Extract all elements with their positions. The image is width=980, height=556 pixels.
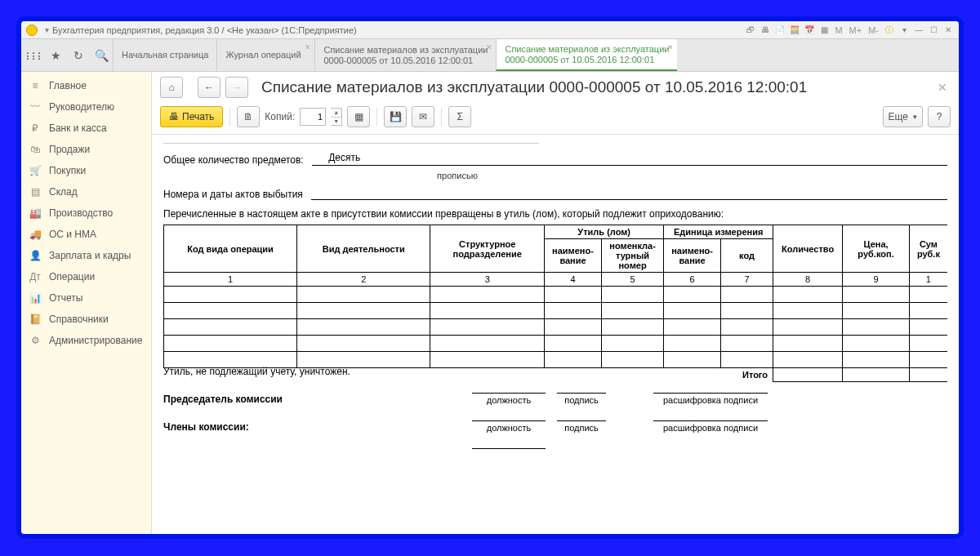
print-button[interactable]: 🖶Печать — [160, 106, 223, 127]
tab-journal[interactable]: Журнал операций ✕ — [216, 39, 314, 71]
copies-stepper[interactable]: ▲▼ — [331, 108, 342, 126]
sidebar: ≡Главное 〰Руководителю ₽Банк и касса 🛍Пр… — [21, 72, 152, 534]
tab-close-icon[interactable]: ✕ — [486, 42, 492, 53]
person-icon: 👤 — [29, 250, 41, 261]
tab-doc[interactable]: Списание материалов из эксплуатации 0000… — [314, 39, 496, 71]
chairman-label: Председатель комиссии — [163, 394, 310, 405]
sidebar-item-references[interactable]: 📔Справочники — [21, 309, 151, 330]
tabbar: ⫶⫶⫶ ★ ↻ 🔍 Начальная страница Журнал опер… — [21, 39, 959, 72]
copies-label: Копий: — [265, 111, 295, 122]
dropdown-icon[interactable]: ▾ — [41, 24, 52, 36]
forward-button[interactable]: → — [225, 77, 248, 98]
memory-mminus[interactable]: M- — [866, 25, 880, 35]
sidebar-item-bank[interactable]: ₽Банк и касса — [21, 118, 151, 139]
maximize-icon[interactable]: ☐ — [928, 24, 939, 36]
app-window: ▾ Бухгалтерия предприятия, редакция 3.0 … — [16, 16, 964, 539]
content: ⌂ ← → Списание материалов из эксплуатаци… — [152, 72, 959, 534]
save-button[interactable]: 💾 — [384, 106, 407, 127]
table-row — [164, 336, 948, 352]
sidebar-item-main[interactable]: ≡Главное — [21, 75, 151, 96]
book-icon: 📔 — [29, 314, 41, 325]
back-button[interactable]: ← — [198, 77, 220, 98]
history-icon[interactable]: ↻ — [67, 39, 90, 71]
tab-doc-active[interactable]: Списание материалов из эксплуатации 0000… — [496, 39, 677, 71]
dt-icon: Дт — [29, 271, 41, 282]
grid-icon[interactable]: ▦ — [818, 24, 830, 36]
sidebar-item-admin[interactable]: ⚙Администрирование — [21, 330, 151, 351]
home-button[interactable]: ⌂ — [160, 77, 183, 98]
colnum-row: 1234567891 — [164, 273, 948, 287]
gear-icon: ⚙ — [29, 335, 41, 346]
close-window-icon[interactable]: ✕ — [942, 24, 954, 36]
truck-icon: 🚚 — [29, 229, 41, 240]
tab-home[interactable]: Начальная страница — [113, 39, 216, 71]
chart-icon: 〰 — [29, 101, 41, 113]
help-button[interactable]: ? — [928, 106, 951, 127]
document-area[interactable]: Общее количество предметов: Десять пропи… — [152, 135, 959, 534]
calc-icon[interactable]: 🧮 — [789, 24, 800, 36]
memory-m[interactable]: M — [833, 25, 844, 35]
print-icon[interactable]: 🖶 — [760, 24, 771, 36]
calendar-icon[interactable]: 📅 — [804, 24, 815, 36]
bag-icon: 🛍 — [29, 144, 41, 155]
tab-close-icon[interactable]: ✕ — [667, 42, 674, 53]
sidebar-item-warehouse[interactable]: ▤Склад — [21, 181, 151, 202]
sidebar-item-operations[interactable]: ДтОперации — [21, 266, 151, 287]
close-page-icon[interactable]: ✕ — [934, 81, 951, 94]
favorite-icon[interactable]: ★ — [44, 39, 67, 71]
copies-input[interactable] — [300, 108, 326, 126]
members-label: Члены комиссии: — [163, 421, 310, 433]
page-title: Списание материалов из эксплуатации 0000… — [261, 78, 929, 96]
ruble-icon: ₽ — [29, 122, 41, 134]
preview-button[interactable]: 🗎 — [237, 106, 260, 127]
total-items-sub: прописью — [425, 171, 490, 180]
mail-button[interactable]: ✉ — [412, 106, 434, 127]
minimize-icon[interactable]: — — [913, 24, 924, 36]
bars-icon: 📊 — [29, 292, 41, 304]
menu-icon: ≡ — [29, 80, 41, 91]
table-button[interactable]: ▦ — [347, 106, 370, 127]
sidebar-item-reports[interactable]: 📊Отчеты — [21, 287, 151, 309]
memory-mplus[interactable]: M+ — [848, 25, 864, 35]
app-icon — [26, 24, 38, 36]
sidebar-item-assets[interactable]: 🚚ОС и НМА — [21, 224, 151, 245]
total-items-label: Общее количество предметов: — [163, 154, 304, 166]
sum-button[interactable]: Σ — [448, 106, 471, 127]
table-row — [164, 303, 948, 319]
sidebar-item-purchases[interactable]: 🛒Покупки — [21, 160, 151, 181]
info-icon[interactable]: ⓘ — [884, 24, 895, 36]
sidebar-item-production[interactable]: 🏭Производство — [21, 202, 151, 224]
table-row — [164, 287, 948, 303]
factory-icon: 🏭 — [29, 207, 41, 219]
report-table: Код вида операции Вид деятельности Струк… — [163, 225, 947, 382]
titlebar: ▾ Бухгалтерия предприятия, редакция 3.0 … — [21, 21, 959, 39]
acts-label: Номера и даты актов выбытия — [163, 189, 303, 200]
destroyed-text: Утиль, не подлежащий учету, уничтожен. — [163, 366, 947, 377]
total-items-value: Десять — [312, 152, 377, 166]
toolbar: 🖶Печать 🗎 Копий: ▲▼ ▦ 💾 ✉ Σ Еще▾ ? — [152, 103, 959, 135]
tab-close-icon[interactable]: ✕ — [305, 42, 311, 53]
window-title: Бухгалтерия предприятия, редакция 3.0 / … — [52, 25, 357, 35]
search-icon[interactable]: 🔍 — [90, 39, 113, 71]
statement: Перечисленные в настоящем акте в присутс… — [163, 208, 947, 220]
box-icon: ▤ — [29, 186, 41, 198]
doc-icon[interactable]: 📄 — [774, 24, 786, 36]
dropdown2-icon[interactable]: ▾ — [898, 24, 910, 36]
table-row — [164, 319, 948, 336]
preview-icon[interactable]: 🗗 — [745, 24, 756, 36]
sidebar-item-salary[interactable]: 👤Зарплата и кадры — [21, 245, 151, 266]
more-button[interactable]: Еще▾ — [883, 106, 923, 127]
apps-icon[interactable]: ⫶⫶⫶ — [21, 39, 44, 71]
sidebar-item-manager[interactable]: 〰Руководителю — [21, 96, 151, 118]
sidebar-item-sales[interactable]: 🛍Продажи — [21, 139, 151, 160]
cart-icon: 🛒 — [29, 165, 41, 176]
